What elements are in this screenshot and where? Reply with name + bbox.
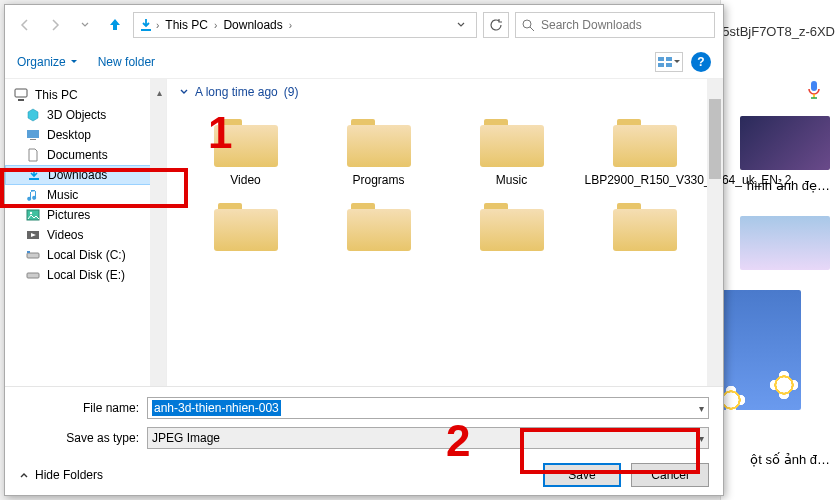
svg-rect-13 bbox=[29, 178, 39, 180]
view-button[interactable] bbox=[655, 52, 683, 72]
drive-icon bbox=[25, 248, 41, 262]
newfolder-button[interactable]: New folder bbox=[98, 55, 155, 69]
url-fragment: 5stBjF7OT8_z-6XD bbox=[722, 24, 835, 39]
folder-item[interactable] bbox=[580, 197, 709, 257]
chevron-down-icon[interactable]: ▾ bbox=[699, 403, 704, 414]
toolbar: Organize New folder ? bbox=[5, 45, 723, 79]
save-button[interactable]: Save bbox=[543, 463, 621, 487]
svg-rect-8 bbox=[666, 63, 672, 67]
tree-downloads[interactable]: Downloads bbox=[5, 165, 166, 185]
group-header[interactable]: A long time ago (9) bbox=[167, 79, 723, 105]
navigation-tree: This PC 3D Objects Desktop Documents Dow… bbox=[5, 79, 167, 386]
svg-rect-0 bbox=[811, 81, 817, 91]
bg-caption-2: ột số ảnh đ… bbox=[750, 452, 830, 467]
tree-this-pc[interactable]: This PC bbox=[5, 85, 166, 105]
bg-thumb-2[interactable] bbox=[740, 216, 830, 270]
svg-point-3 bbox=[523, 20, 531, 28]
cancel-button[interactable]: Cancel bbox=[631, 463, 709, 487]
pictures-icon bbox=[25, 208, 41, 222]
up-button[interactable] bbox=[103, 13, 127, 37]
breadcrumb-dropdown[interactable] bbox=[450, 20, 472, 30]
folder-icon bbox=[343, 113, 415, 169]
main-area: This PC 3D Objects Desktop Documents Dow… bbox=[5, 79, 723, 386]
folder-item[interactable] bbox=[181, 197, 310, 257]
tree-3d-objects[interactable]: 3D Objects bbox=[5, 105, 166, 125]
search-icon bbox=[522, 19, 535, 32]
svg-rect-9 bbox=[15, 89, 27, 97]
svg-rect-5 bbox=[658, 57, 664, 61]
folder-item[interactable]: Music bbox=[447, 113, 576, 187]
tree-videos[interactable]: Videos bbox=[5, 225, 166, 245]
background-browser: 5stBjF7OT8_z-6XD hình ảnh đẹ… ột số ảnh … bbox=[720, 0, 840, 500]
search-input[interactable]: Search Downloads bbox=[515, 12, 715, 38]
svg-rect-18 bbox=[27, 251, 30, 253]
scroll-up-icon[interactable]: ▴ bbox=[154, 87, 164, 95]
chevron-right-icon[interactable]: › bbox=[214, 20, 217, 31]
save-as-dialog: › This PC › Downloads › Search Downloads… bbox=[4, 4, 724, 496]
cube-icon bbox=[25, 108, 41, 122]
svg-point-15 bbox=[30, 212, 32, 214]
folder-icon bbox=[609, 197, 681, 253]
organize-button[interactable]: Organize bbox=[17, 55, 78, 69]
folder-icon bbox=[609, 113, 681, 169]
forward-button[interactable] bbox=[43, 13, 67, 37]
svg-rect-10 bbox=[18, 99, 24, 101]
back-button[interactable] bbox=[13, 13, 37, 37]
chevron-down-icon[interactable]: ▾ bbox=[699, 433, 704, 444]
tree-scrollbar[interactable]: ▴ bbox=[150, 79, 166, 386]
search-placeholder: Search Downloads bbox=[541, 18, 642, 32]
chevron-right-icon[interactable]: › bbox=[156, 20, 159, 31]
address-row: › This PC › Downloads › Search Downloads bbox=[5, 5, 723, 45]
folder-icon bbox=[343, 197, 415, 253]
chevron-right-icon[interactable]: › bbox=[289, 20, 292, 31]
downloads-icon bbox=[26, 168, 42, 182]
recent-dropdown[interactable] bbox=[73, 13, 97, 37]
tree-documents[interactable]: Documents bbox=[5, 145, 166, 165]
svg-rect-17 bbox=[27, 253, 39, 258]
refresh-button[interactable] bbox=[483, 12, 509, 38]
folder-grid: Video Programs Music LBP2900_R150_V330_W… bbox=[167, 105, 723, 265]
folder-item[interactable] bbox=[447, 197, 576, 257]
tree-disk-e[interactable]: Local Disk (E:) bbox=[5, 265, 166, 285]
svg-rect-7 bbox=[658, 63, 664, 67]
type-select[interactable]: JPEG Image ▾ bbox=[147, 427, 709, 449]
folder-item[interactable]: Programs bbox=[314, 113, 443, 187]
tree-pictures[interactable]: Pictures bbox=[5, 205, 166, 225]
folder-icon bbox=[476, 113, 548, 169]
breadcrumb[interactable]: › This PC › Downloads › bbox=[133, 12, 477, 38]
folder-item[interactable]: LBP2900_R150_V330_W64_uk_EN_2 bbox=[580, 113, 709, 187]
folder-icon bbox=[210, 197, 282, 253]
folder-item[interactable]: Video bbox=[181, 113, 310, 187]
filename-input[interactable]: anh-3d-thien-nhien-003 ▾ bbox=[147, 397, 709, 419]
bg-thumb-1[interactable] bbox=[740, 116, 830, 170]
videos-icon bbox=[25, 228, 41, 242]
filename-label: File name: bbox=[19, 401, 139, 415]
bg-thumb-3[interactable] bbox=[711, 290, 801, 410]
breadcrumb-seg-thispc[interactable]: This PC bbox=[161, 18, 212, 32]
breadcrumb-seg-downloads[interactable]: Downloads bbox=[219, 18, 286, 32]
document-icon bbox=[25, 148, 41, 162]
drive-icon bbox=[25, 268, 41, 282]
folder-icon bbox=[476, 197, 548, 253]
svg-rect-19 bbox=[27, 273, 39, 278]
svg-line-4 bbox=[530, 27, 534, 31]
downloads-icon bbox=[138, 17, 154, 33]
pc-icon bbox=[13, 88, 29, 102]
content-scrollbar[interactable] bbox=[707, 79, 723, 386]
desktop-icon bbox=[25, 128, 41, 142]
hide-folders-button[interactable]: Hide Folders bbox=[19, 468, 103, 482]
bottom-panel: File name: anh-3d-thien-nhien-003 ▾ Save… bbox=[5, 386, 723, 495]
type-label: Save as type: bbox=[19, 431, 139, 445]
folder-item[interactable] bbox=[314, 197, 443, 257]
svg-rect-12 bbox=[30, 139, 36, 140]
chevron-down-icon bbox=[179, 87, 189, 97]
scrollbar-thumb[interactable] bbox=[709, 99, 721, 179]
tree-desktop[interactable]: Desktop bbox=[5, 125, 166, 145]
tree-music[interactable]: Music bbox=[5, 185, 166, 205]
music-icon bbox=[25, 188, 41, 202]
folder-icon bbox=[210, 113, 282, 169]
svg-rect-6 bbox=[666, 57, 672, 61]
tree-disk-c[interactable]: Local Disk (C:) bbox=[5, 245, 166, 265]
help-icon[interactable]: ? bbox=[691, 52, 711, 72]
mic-icon[interactable] bbox=[806, 80, 822, 100]
